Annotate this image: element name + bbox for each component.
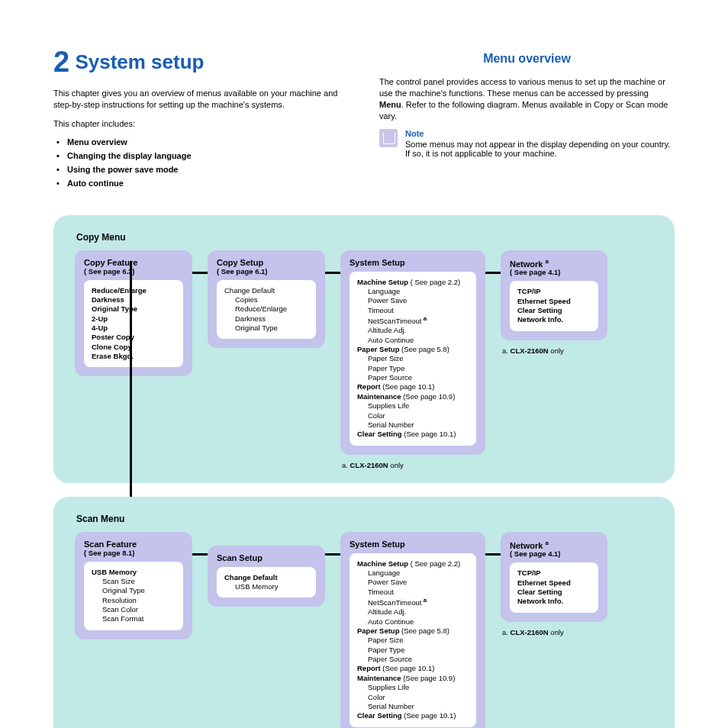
scan-menu-panel: Scan Menu Scan Feature ( See page 8.1) U… (53, 497, 675, 728)
menu-diagram: Copy Menu Copy Feature ( See page 6.3) R… (53, 215, 675, 728)
includes-list: Menu overview Changing the display langu… (53, 137, 349, 188)
card-body: USB MemoryScan SizeOriginal TypeResoluti… (84, 562, 183, 630)
vertical-connector (130, 261, 132, 505)
section-title: Menu overview (379, 52, 675, 66)
includes-label: This chapter includes: (53, 118, 349, 130)
note-block: Note Some menus may not appear in the di… (379, 129, 675, 158)
card-body: TCP/IPEthernet SpeedClear SettingNetwork… (510, 281, 598, 330)
card-body: Machine Setup ( See page 2.2)LanguagePow… (350, 553, 476, 727)
card-body: Machine Setup ( See page 2.2)LanguagePow… (350, 272, 476, 446)
copy-menu-panel: Copy Menu Copy Feature ( See page 6.3) R… (53, 215, 675, 483)
includes-item: Using the power save mode (67, 165, 349, 174)
system-setup-card: System Setup Machine Setup ( See page 2.… (340, 250, 485, 455)
includes-item: Menu overview (67, 137, 349, 147)
footnote: a. CLX-2160N only (342, 461, 485, 469)
note-icon (379, 129, 398, 147)
includes-item: Changing the display language (67, 151, 349, 160)
card-body: TCP/IPEthernet SpeedClear SettingNetwork… (510, 562, 598, 612)
network-card: Network a ( See page 4.1) TCP/IPEthernet… (501, 250, 607, 340)
chapter-heading: 2 System setup (53, 46, 349, 79)
left-column: 2 System setup This chapter gives you an… (53, 46, 349, 192)
copy-setup-card: Copy Setup ( See page 6.1) Change Defaul… (208, 250, 325, 349)
system-setup-card: System Setup Machine Setup ( See page 2.… (340, 532, 485, 728)
scan-feature-card: Scan Feature ( See page 8.1) USB MemoryS… (75, 532, 192, 639)
card-body: Reduce/EnlargeDarknessOriginal Type2-Up4… (84, 280, 183, 368)
card-body: Change DefaultCopiesReduce/EnlargeDarkne… (217, 280, 316, 340)
note-title: Note (405, 129, 675, 138)
card-body: Change DefaultUSB Memory (217, 567, 316, 598)
note-body: Some menus may not appear in the display… (405, 140, 675, 158)
intro-paragraph: This chapter gives you an overview of me… (53, 88, 349, 111)
chapter-title-text: System setup (75, 50, 204, 73)
footnote: a. CLX-2160N only (502, 628, 607, 636)
panel-heading: Copy Menu (76, 232, 653, 243)
network-group: Network a ( See page 4.1) TCP/IPEthernet… (501, 250, 607, 355)
chapter-number: 2 (53, 46, 69, 78)
system-setup-group: System Setup Machine Setup ( See page 2.… (340, 532, 485, 728)
footnote: a. CLX-2160N only (502, 346, 607, 355)
includes-item: Auto continue (67, 179, 349, 188)
network-group: Network a ( See page 4.1) TCP/IPEthernet… (501, 532, 607, 636)
network-card: Network a ( See page 4.1) TCP/IPEthernet… (501, 532, 607, 622)
right-column: Menu overview The control panel provides… (379, 46, 675, 192)
scan-setup-card: Scan Setup Change DefaultUSB Memory (208, 546, 325, 607)
overview-paragraph: The control panel provides access to var… (379, 76, 675, 121)
panel-heading: Scan Menu (76, 514, 653, 524)
system-setup-group: System Setup Machine Setup ( See page 2.… (340, 250, 485, 469)
copy-feature-card: Copy Feature ( See page 6.3) Reduce/Enla… (75, 250, 192, 377)
